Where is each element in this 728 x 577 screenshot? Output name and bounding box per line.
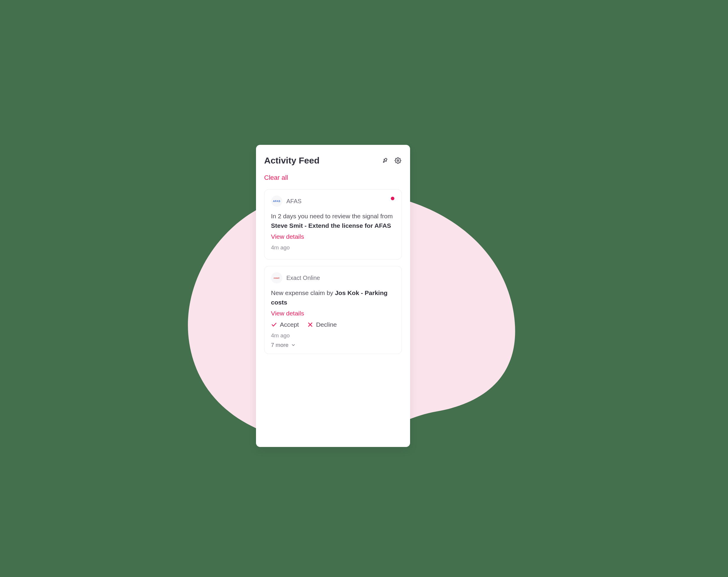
source-avatar: exact	[271, 272, 282, 284]
activity-card: AFAS AFAS In 2 days you need to review t…	[264, 189, 402, 260]
card-header: exact Exact Online	[271, 272, 395, 284]
card-body-text: In 2 days you need to review the signal …	[271, 213, 393, 219]
view-details-link[interactable]: View details	[271, 310, 304, 317]
card-header: AFAS AFAS	[271, 195, 395, 207]
chevron-down-icon	[291, 343, 296, 347]
source-name: Exact Online	[287, 274, 320, 281]
card-body-text: New expense claim by	[271, 289, 335, 296]
activity-feed-panel: Activity Feed Clear all	[256, 145, 410, 447]
view-details-link[interactable]: View details	[271, 233, 304, 240]
card-body-bold: Steve Smit - Extend the license for AFAS	[271, 222, 391, 229]
card-body: New expense claim by Jos Kok - Parking c…	[271, 288, 395, 307]
check-icon	[271, 322, 277, 327]
card-body: In 2 days you need to review the signal …	[271, 211, 395, 230]
card-actions: Accept Decline	[271, 321, 395, 328]
accept-label: Accept	[280, 321, 299, 328]
gear-icon[interactable]	[394, 157, 402, 164]
pin-icon[interactable]	[381, 157, 389, 164]
more-label: 7 more	[271, 342, 289, 348]
more-toggle[interactable]: 7 more	[271, 342, 395, 348]
activity-card: exact Exact Online New expense claim by …	[264, 266, 402, 354]
close-icon	[307, 322, 313, 327]
unread-indicator	[391, 197, 394, 200]
accept-button[interactable]: Accept	[271, 321, 299, 328]
clear-all-button[interactable]: Clear all	[264, 174, 402, 182]
panel-title: Activity Feed	[264, 156, 320, 165]
panel-header: Activity Feed	[264, 156, 402, 165]
header-icons	[381, 157, 402, 164]
decline-button[interactable]: Decline	[307, 321, 337, 328]
card-timestamp: 4m ago	[271, 332, 395, 339]
source-avatar: AFAS	[271, 195, 282, 207]
svg-point-0	[397, 160, 399, 161]
decline-label: Decline	[316, 321, 337, 328]
card-timestamp: 4m ago	[271, 244, 395, 251]
source-name: AFAS	[287, 198, 302, 205]
